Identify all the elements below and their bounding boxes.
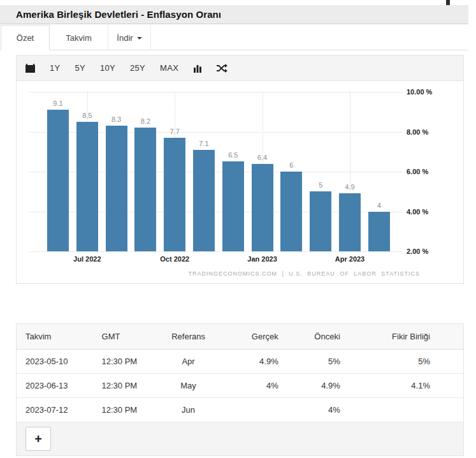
- y-gridline: [29, 92, 402, 92]
- bar-value-label: 6: [277, 161, 305, 169]
- table-cell: Jun: [161, 398, 217, 422]
- bar[interactable]: [339, 193, 361, 251]
- caret-down-icon: [137, 37, 142, 40]
- page-title: Amerika Birleşik Devletleri - Enflasyon …: [16, 9, 221, 20]
- y-gridline: [29, 251, 402, 252]
- range-5y-button[interactable]: 5Y: [75, 63, 86, 73]
- bar[interactable]: [252, 164, 273, 252]
- y-axis-tick-label: 2.00 %: [407, 247, 428, 255]
- bar[interactable]: [106, 126, 127, 251]
- shuffle-icon[interactable]: [217, 64, 227, 73]
- tab-label: İndir: [117, 33, 133, 43]
- chart-panel: 1Y 5Y 10Y 25Y MAX 10.00 %8.00 %6.00 %4.0…: [16, 55, 464, 284]
- table-cell: 2023-06-13: [17, 374, 99, 398]
- range-1y-button[interactable]: 1Y: [50, 63, 61, 73]
- calendar-table: Takvim GMT Referans Gerçek Önceki Fikir …: [17, 324, 463, 422]
- y-axis-tick-label: 4.00 %: [407, 208, 428, 216]
- column-header-fikir-birligi: Fikir Birliği: [348, 324, 463, 350]
- y-axis-tick-label: 8.00 %: [407, 128, 428, 136]
- inflation-bar-chart: 10.00 %8.00 %6.00 %4.00 %2.00 %Jul 2022O…: [17, 81, 463, 283]
- bar-value-label: 5: [307, 181, 335, 189]
- bar-value-label: 8.3: [103, 115, 131, 123]
- bar-value-label: 7.1: [190, 140, 218, 147]
- calendar-table-panel: Takvim GMT Referans Gerçek Önceki Fikir …: [16, 323, 464, 456]
- x-axis-tick-label: Jan 2023: [247, 255, 277, 263]
- bar-value-label: 9.1: [44, 100, 72, 107]
- bar-value-label: 7.7: [161, 128, 189, 135]
- table-header-row: Takvim GMT Referans Gerçek Önceki Fikir …: [17, 324, 463, 350]
- table-body: 2023-05-1012:30 PMApr4.9%5%5%2023-06-131…: [17, 350, 463, 422]
- bar-value-label: 6.4: [249, 154, 277, 161]
- tab-label: Özet: [17, 33, 34, 43]
- tab-takvim[interactable]: Takvim: [50, 25, 108, 50]
- tab-bar: Özet Takvim İndir: [0, 25, 468, 50]
- bar-value-label: 4: [365, 202, 393, 209]
- title-bar: Amerika Birleşik Devletleri - Enflasyon …: [0, 5, 468, 24]
- table-cell: 4.1%: [348, 374, 463, 398]
- tab-indir-dropdown[interactable]: İndir: [108, 25, 151, 50]
- x-axis-tick-label: Apr 2023: [335, 255, 364, 263]
- y-axis-tick-label: 6.00 %: [407, 168, 428, 175]
- column-header-gercek: Gerçek: [216, 324, 285, 350]
- y-axis-tick-label: 10.00 %: [407, 88, 432, 96]
- table-footer: +: [17, 422, 463, 455]
- clipped-element-artifact: [446, 0, 450, 5]
- chart-attribution: TRADINGECONOMICS.COM | U.S. BUREAU OF LA…: [188, 270, 420, 277]
- bar-chart-icon[interactable]: [193, 64, 202, 73]
- bar[interactable]: [280, 172, 302, 251]
- table-cell: 2023-05-10: [17, 350, 99, 374]
- table-cell: 12:30 PM: [99, 374, 161, 398]
- bar[interactable]: [310, 191, 331, 251]
- bar[interactable]: [134, 128, 156, 251]
- column-header-onceki: Önceki: [286, 324, 348, 350]
- table-row: 2023-06-1312:30 PMMay4%4.9%4.1%: [17, 374, 463, 398]
- table-cell: May: [161, 374, 217, 398]
- bar[interactable]: [368, 212, 390, 252]
- bar[interactable]: [47, 110, 69, 251]
- tab-label: Takvim: [66, 33, 91, 43]
- chart-toolbar: 1Y 5Y 10Y 25Y MAX: [17, 55, 463, 81]
- table-cell: [216, 398, 285, 422]
- bar[interactable]: [164, 138, 185, 251]
- table-row: 2023-07-1212:30 PMJun4%: [17, 398, 463, 422]
- add-button[interactable]: +: [25, 427, 51, 451]
- tab-ozet[interactable]: Özet: [1, 25, 50, 50]
- bar[interactable]: [193, 150, 215, 251]
- table-cell: 2023-07-12: [17, 398, 99, 422]
- x-axis-tick-label: Oct 2022: [160, 255, 189, 263]
- bar[interactable]: [76, 122, 98, 251]
- column-header-referans: Referans: [161, 324, 217, 350]
- table-cell: 5%: [348, 350, 463, 374]
- table-cell: 12:30 PM: [99, 398, 161, 422]
- table-row: 2023-05-1012:30 PMApr4.9%5%5%: [17, 350, 463, 374]
- table-cell: Apr: [161, 350, 217, 374]
- bar-value-label: 8.2: [131, 117, 159, 125]
- bar[interactable]: [222, 161, 244, 251]
- table-cell: 4.9%: [286, 374, 348, 398]
- table-cell: 4.9%: [216, 350, 285, 374]
- bar-value-label: 6.5: [219, 151, 247, 159]
- range-max-button[interactable]: MAX: [160, 63, 178, 73]
- table-cell: 4%: [216, 374, 285, 398]
- table-cell: 4%: [286, 398, 348, 422]
- calendar-icon[interactable]: [25, 64, 35, 73]
- range-10y-button[interactable]: 10Y: [100, 63, 115, 73]
- table-cell: [348, 398, 463, 422]
- bar-value-label: 4.9: [336, 183, 364, 191]
- range-25y-button[interactable]: 25Y: [130, 63, 145, 73]
- column-header-takvim: Takvim: [17, 324, 99, 350]
- column-header-gmt: GMT: [99, 324, 161, 350]
- bar-value-label: 8.5: [73, 112, 101, 119]
- x-axis-tick-label: Jul 2022: [73, 255, 101, 263]
- table-cell: 5%: [286, 350, 348, 374]
- table-cell: 12:30 PM: [99, 350, 161, 374]
